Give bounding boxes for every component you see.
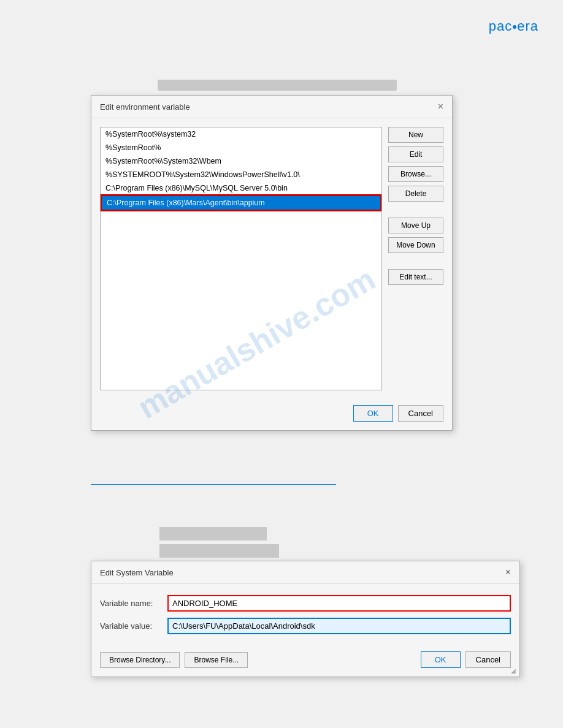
dialog-sys-close-button[interactable]: × (505, 567, 511, 577)
variable-name-label: Variable name: (100, 599, 167, 608)
bg-block-1 (159, 527, 267, 540)
dialog-sys-title: Edit System Variable (100, 568, 174, 577)
variable-value-input[interactable] (167, 618, 511, 634)
dialog-env-title: Edit environment variable (100, 102, 190, 112)
edit-button[interactable]: Edit (388, 146, 443, 162)
env-list-item[interactable]: %SystemRoot%\System32\Wbem (101, 154, 381, 168)
env-ok-button[interactable]: OK (353, 405, 393, 422)
env-variable-list[interactable]: %SystemRoot%\system32%SystemRoot%%System… (100, 127, 382, 390)
browse-file-button[interactable]: Browse File... (185, 652, 248, 668)
env-list-item[interactable]: %SystemRoot%\system32 (101, 127, 381, 141)
sysvar-footer: Browse Directory... Browse File... OK Ca… (91, 646, 519, 677)
env-list-item[interactable]: %SYSTEMROOT%\System32\WindowsPowerShell\… (101, 168, 381, 181)
env-cancel-button[interactable]: Cancel (398, 405, 443, 422)
sysvar-body: Variable name: Variable value: (91, 584, 519, 646)
sys-ok-button[interactable]: OK (421, 651, 461, 668)
dialog-env-close-button[interactable]: × (438, 102, 443, 112)
edit-text-button[interactable]: Edit text... (388, 269, 443, 285)
sys-cancel-button[interactable]: Cancel (465, 651, 511, 668)
variable-name-input[interactable] (167, 595, 511, 612)
resize-handle: ◢ (511, 667, 516, 674)
edit-env-dialog: Edit environment variable × %SystemRoot%… (91, 95, 453, 431)
logo-area: pacera (489, 18, 538, 34)
env-action-buttons: New Edit Browse... Delete Move Up Move D… (388, 127, 443, 390)
dialog-sys-titlebar: Edit System Variable × (91, 561, 519, 584)
delete-button[interactable]: Delete (388, 186, 443, 202)
scrollbar-decoration (158, 80, 397, 91)
browse-directory-button[interactable]: Browse Directory... (100, 652, 180, 668)
move-down-button[interactable]: Move Down (388, 237, 443, 253)
env-list-item[interactable]: %SystemRoot% (101, 141, 381, 154)
new-button[interactable]: New (388, 127, 443, 143)
dialog-env-footer: OK Cancel (91, 399, 452, 430)
dialog-env-body: %SystemRoot%\system32%SystemRoot%%System… (91, 118, 452, 399)
variable-value-label: Variable value: (100, 621, 167, 631)
browse-button[interactable]: Browse... (388, 166, 443, 182)
variable-value-row: Variable value: (100, 618, 511, 634)
bg-block-2 (159, 544, 279, 558)
variable-name-row: Variable name: (100, 595, 511, 612)
section-divider (91, 484, 336, 485)
env-list-item[interactable]: C:\Program Files (x86)\Mars\Agent\bin\ap… (101, 195, 381, 211)
dialog-env-titlebar: Edit environment variable × (91, 96, 452, 118)
move-up-button[interactable]: Move Up (388, 218, 443, 233)
env-list-item[interactable]: C:\Program Files (x86)\MySQL\MySQL Serve… (101, 181, 381, 195)
edit-sys-dialog: Edit System Variable × Variable name: Va… (91, 561, 520, 677)
pactera-logo: pacera (489, 18, 538, 34)
